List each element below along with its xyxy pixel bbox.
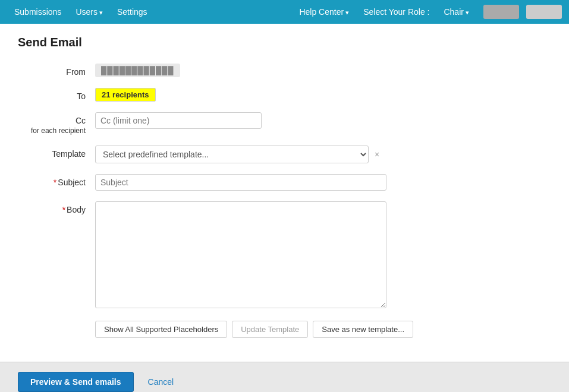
template-label: Template [18,146,95,159]
to-label: To [18,88,95,101]
nav-settings[interactable]: Settings [110,0,155,24]
cc-label: Cc [76,112,86,125]
show-placeholders-button[interactable]: Show All Supported Placeholders [95,321,227,338]
recipients-badge: 21 recipients [95,88,156,102]
action-buttons: Show All Supported Placeholders Update T… [95,321,551,338]
navbar: Submissions Users Settings Help Center S… [0,0,569,24]
navbar-left: Submissions Users Settings [7,0,155,24]
subject-row: *Subject [18,174,551,191]
template-select[interactable]: Select predefined template... [95,146,369,163]
subject-field [95,174,404,191]
cc-row: Cc for each recipient [18,112,551,135]
subject-label: *Subject [18,174,95,187]
to-row: To 21 recipients [18,88,551,102]
update-template-button[interactable]: Update Template [232,321,308,338]
from-label: From [18,64,95,77]
cc-field [95,112,404,129]
page-title: Send Email [18,36,551,49]
cc-sublabel: for each recipient [31,127,86,135]
template-row: Template Select predefined template... × [18,146,551,163]
nav-avatar-2 [526,5,562,19]
body-textarea[interactable] [95,201,386,308]
nav-avatar-1 [483,5,519,19]
navbar-right: Help Center Select Your Role : Chair [292,0,562,24]
body-field [95,201,404,310]
body-label: *Body [18,201,95,214]
nav-submissions[interactable]: Submissions [7,0,68,24]
page-content: Send Email From ████████████ To 21 recip… [0,24,569,350]
from-field: ████████████ [95,64,404,77]
cancel-button[interactable]: Cancel [143,372,179,391]
from-value: ████████████ [95,64,180,77]
cc-input[interactable] [95,112,262,129]
template-field: Select predefined template... × [95,146,404,163]
save-template-button[interactable]: Save as new template... [313,321,413,338]
footer-bar: Preview & Send emails Cancel [0,362,569,392]
template-clear-button[interactable]: × [372,148,382,160]
nav-users[interactable]: Users [68,0,110,24]
preview-send-button[interactable]: Preview & Send emails [18,372,134,392]
from-row: From ████████████ [18,64,551,77]
to-field: 21 recipients [95,88,404,102]
nav-role-label: Select Your Role : [363,7,429,17]
subject-input[interactable] [95,174,386,191]
subject-required-star: * [54,178,56,187]
cc-label-group: Cc for each recipient [18,112,95,135]
body-required-star: * [62,205,65,214]
template-select-row: Select predefined template... × [95,146,404,163]
nav-role-chair[interactable]: Chair [436,0,476,24]
body-row: *Body [18,201,551,310]
nav-help-center[interactable]: Help Center [292,0,356,24]
